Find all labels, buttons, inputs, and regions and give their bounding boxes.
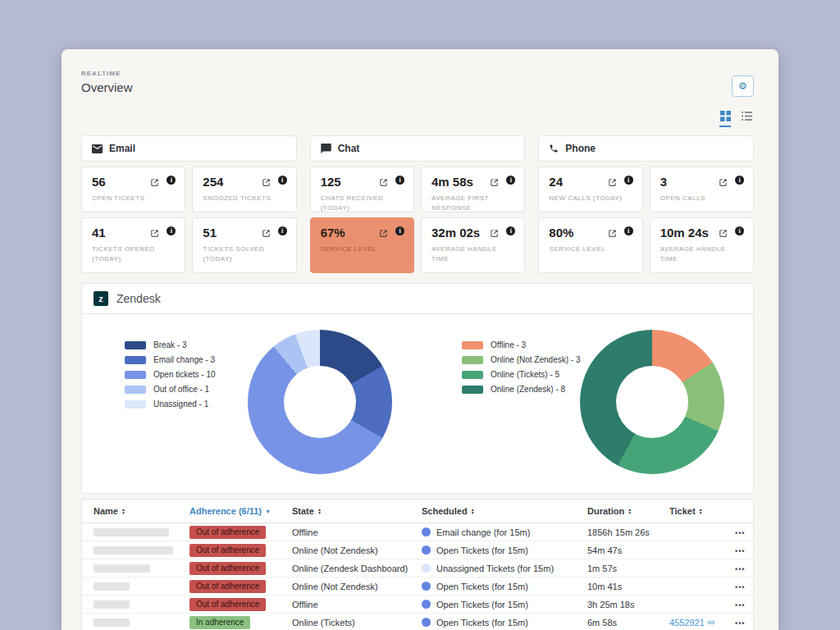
ticket-link[interactable]: 4552921: [669, 618, 735, 628]
metric-label: TICKETS OPENED (TODAY): [92, 244, 175, 264]
scheduled-cell: Unassigned Tickets (for 15m): [436, 564, 554, 573]
sort-icon: [317, 508, 322, 514]
info-icon[interactable]: i: [506, 176, 515, 185]
export-icon[interactable]: [608, 176, 617, 185]
schedule-dot-icon: [422, 582, 431, 591]
info-icon[interactable]: i: [395, 176, 404, 185]
info-icon[interactable]: i: [506, 226, 515, 235]
metric-card: i 67% SERVICE LEVEL: [310, 217, 414, 273]
scheduled-cell: Open Tickets (for 15m): [436, 546, 528, 555]
column-header-state[interactable]: State: [292, 506, 422, 516]
export-icon[interactable]: [719, 226, 728, 235]
row-actions-button[interactable]: [735, 565, 745, 573]
chat-icon: [321, 144, 331, 153]
legend-label: Offline - 3: [491, 340, 526, 349]
metric-card: i 254 SNOOZED TICKETS: [192, 167, 296, 212]
phone-group-title: Phone: [565, 143, 596, 154]
duration-cell: 6m 58s: [587, 618, 669, 628]
export-icon[interactable]: [379, 226, 388, 235]
legend-item: Online (Not Zendesk) - 3: [462, 355, 581, 364]
sort-icon: [121, 508, 126, 514]
schedule-dot-icon: [422, 546, 431, 555]
metric-card: i 24 NEW CALLS (TODAY): [538, 167, 642, 212]
scheduled-cell: Open Tickets (for 15m): [436, 600, 528, 609]
metric-label: SERVICE LEVEL: [321, 244, 404, 254]
gear-icon: ⚙: [738, 80, 747, 92]
state-cell: Online (Zendesk Dashboard): [292, 564, 422, 573]
duration-cell: 1m 57s: [587, 564, 669, 573]
schedule-chart-legend: Break - 3Email change - 3Open tickets - …: [125, 340, 216, 409]
export-icon[interactable]: [608, 226, 617, 235]
export-icon[interactable]: [490, 176, 499, 185]
main-panel: REALTIME Overview ⚙: [62, 49, 778, 630]
row-actions-button[interactable]: [735, 619, 745, 628]
table-header: Name Adherence (6/11) State Scheduled Du…: [82, 500, 753, 523]
redacted-name: [94, 600, 130, 609]
schedule-dot-icon: [422, 564, 431, 573]
metric-card: i 4m 58s AVERAGE FIRST RESPONSE: [421, 167, 525, 212]
adherence-badge: Out of adherence: [189, 526, 266, 539]
info-icon[interactable]: i: [624, 226, 633, 235]
metric-card: i 3 OPEN CALLS: [650, 167, 754, 212]
export-icon[interactable]: [490, 226, 499, 235]
info-icon[interactable]: i: [167, 176, 176, 185]
metric-card: i 41 TICKETS OPENED (TODAY): [81, 217, 185, 273]
row-actions-button[interactable]: [735, 547, 745, 555]
info-icon[interactable]: i: [278, 226, 287, 235]
sort-icon: [628, 508, 632, 514]
legend-swatch: [125, 341, 146, 349]
legend-swatch: [125, 356, 146, 364]
sort-icon: [471, 508, 475, 514]
export-icon[interactable]: [719, 176, 728, 185]
list-view-button[interactable]: [741, 110, 752, 121]
phone-cards: i 24 NEW CALLS (TODAY) i 3 OPEN CALLS i …: [538, 167, 754, 273]
zendesk-section: z Zendesk Break - 3Email change - 3Open …: [81, 283, 754, 494]
zendesk-section-title: Zendesk: [116, 292, 161, 305]
legend-label: Open tickets - 10: [153, 370, 216, 379]
schedule-donut-chart: [248, 330, 392, 474]
settings-button[interactable]: ⚙: [732, 75, 754, 97]
adherence-badge: Out of adherence: [189, 598, 266, 611]
column-header-adherence[interactable]: Adherence (6/11): [189, 506, 292, 516]
legend-item: Offline - 3: [462, 340, 581, 349]
duration-cell: 10m 41s: [587, 582, 669, 591]
grid-view-button[interactable]: [719, 110, 731, 121]
info-icon[interactable]: i: [395, 226, 404, 235]
scheduled-cell: Email change (for 15m): [436, 527, 530, 537]
scheduled-cell: Open Tickets (for 15m): [436, 618, 528, 628]
metric-card: i 51 TICKETS SOLVED (TODAY): [192, 217, 296, 273]
metric-label: AVERAGE HANDLE TIME: [431, 244, 514, 264]
chat-group-header: Chat: [310, 135, 526, 162]
state-chart-legend: Offline - 3Online (Not Zendesk) - 3Onlin…: [462, 340, 581, 394]
column-header-scheduled[interactable]: Scheduled: [422, 506, 587, 516]
column-header-ticket[interactable]: Ticket: [669, 506, 735, 516]
adherence-badge: Out of adherence: [189, 544, 266, 557]
export-icon[interactable]: [262, 226, 271, 235]
page-header: REALTIME Overview ⚙: [62, 49, 778, 135]
state-cell: Online (Tickets): [292, 618, 422, 628]
column-header-duration[interactable]: Duration: [587, 506, 669, 516]
row-actions-button[interactable]: [735, 529, 745, 537]
info-icon[interactable]: i: [624, 176, 633, 185]
legend-item: Online (Tickets) - 5: [462, 370, 581, 379]
info-icon[interactable]: i: [735, 176, 744, 185]
info-icon[interactable]: i: [278, 176, 287, 185]
export-icon[interactable]: [379, 176, 388, 185]
legend-label: Online (Tickets) - 5: [491, 370, 559, 379]
column-header-name[interactable]: Name: [94, 506, 189, 516]
email-group: Email i 56 OPEN TICKETS i 254 SNOOZED TI…: [81, 135, 297, 273]
chat-group-title: Chat: [338, 143, 360, 154]
export-icon[interactable]: [150, 176, 159, 185]
info-icon[interactable]: i: [735, 226, 744, 235]
metric-label: SERVICE LEVEL: [549, 244, 632, 254]
charts-area: Break - 3Email change - 3Open tickets - …: [82, 314, 753, 493]
redacted-name: [94, 564, 150, 573]
row-actions-button[interactable]: [735, 583, 745, 591]
row-actions-button[interactable]: [735, 601, 745, 609]
info-icon[interactable]: i: [167, 226, 176, 235]
grid-icon: [720, 111, 731, 121]
export-icon[interactable]: [262, 176, 271, 185]
legend-swatch: [125, 371, 146, 379]
export-icon[interactable]: [150, 226, 159, 235]
email-group-header: Email: [81, 135, 297, 162]
